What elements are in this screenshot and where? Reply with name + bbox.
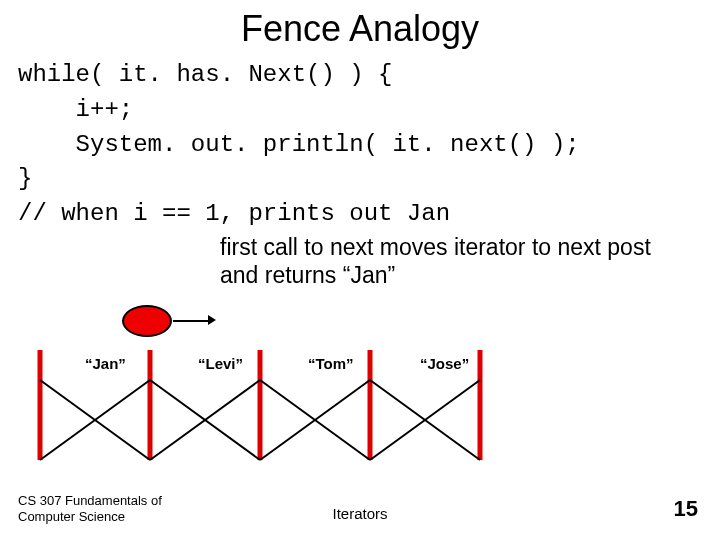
- explanation-text: first call to next moves iterator to nex…: [0, 234, 720, 289]
- footer-topic: Iterators: [0, 505, 720, 522]
- code-line: while( it. has. Next() ) {: [18, 61, 392, 88]
- fence-diagram: [30, 350, 590, 470]
- code-line: // when i == 1, prints out Jan: [18, 200, 450, 227]
- iterator-marker: [122, 305, 172, 341]
- code-line: }: [18, 165, 32, 192]
- arrow-head-icon: [208, 315, 216, 325]
- code-block: while( it. has. Next() ) { i++; System. …: [0, 58, 720, 232]
- code-line: i++;: [18, 96, 133, 123]
- page-number: 15: [674, 496, 698, 522]
- slide-title: Fence Analogy: [0, 0, 720, 58]
- arrow-line-icon: [173, 320, 211, 322]
- oval-icon: [122, 305, 172, 337]
- code-line: System. out. println( it. next() );: [18, 131, 580, 158]
